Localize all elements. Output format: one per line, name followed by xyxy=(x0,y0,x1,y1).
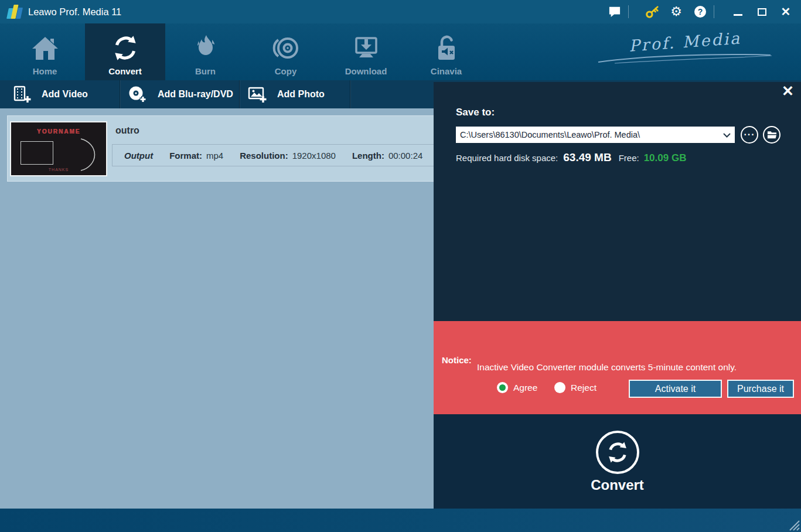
radio-unselected-icon xyxy=(554,382,565,393)
browse-more-button[interactable]: ··· xyxy=(741,126,758,144)
tab-home[interactable]: Home xyxy=(5,23,85,80)
chevron-down-icon[interactable] xyxy=(723,133,731,138)
ellipsis-icon: ··· xyxy=(744,132,755,138)
tab-label: Download xyxy=(345,66,387,76)
titlebar-icons: ⚙ ? ✕ xyxy=(598,0,801,23)
disc-plus-icon xyxy=(128,85,148,104)
notice-message: Inactive Video Converter module converts… xyxy=(477,362,737,373)
convert-button-label[interactable]: Convert xyxy=(434,477,801,493)
tab-copy[interactable]: Copy xyxy=(246,23,326,80)
convert-sync-icon xyxy=(111,32,140,64)
toolbar-separator xyxy=(350,80,350,108)
photo-plus-icon xyxy=(247,85,267,104)
tab-label: Burn xyxy=(195,66,216,76)
resize-grip[interactable] xyxy=(787,518,800,531)
save-path-combobox[interactable] xyxy=(456,127,735,143)
add-photo-button[interactable]: Add Photo xyxy=(247,80,325,108)
titlebar-separator xyxy=(628,5,629,18)
titlebar-separator xyxy=(714,5,714,18)
film-plus-icon xyxy=(12,85,32,104)
leawo-logo-icon xyxy=(8,5,23,19)
tab-convert[interactable]: Convert xyxy=(85,23,165,80)
agree-radio[interactable]: Agree xyxy=(497,382,537,393)
tab-label: Copy xyxy=(275,66,297,76)
toolbar-label: Add Video xyxy=(42,89,88,100)
add-video-button[interactable]: Add Video xyxy=(12,80,88,108)
video-thumbnail: YOURNAME THANKS xyxy=(10,121,107,176)
panel-close-icon[interactable]: ✕ xyxy=(782,82,794,100)
purchase-button[interactable]: Purchase it xyxy=(727,380,794,398)
toolbar-label: Add Photo xyxy=(277,89,325,100)
copy-disc-icon xyxy=(272,32,300,64)
disk-space-row: Required hard disk space: 63.49 MB Free:… xyxy=(456,151,686,164)
required-space-label: Required hard disk space: xyxy=(456,153,558,163)
free-space-value: 10.09 GB xyxy=(644,152,687,164)
toolbar-separator xyxy=(120,80,120,108)
convert-action-section: Convert xyxy=(434,414,801,509)
radio-label: Agree xyxy=(513,383,537,393)
open-folder-button[interactable] xyxy=(763,126,780,144)
app-window: Leawo Prof. Media 11 ⚙ ? ✕ Home xyxy=(0,0,801,532)
minimize-icon[interactable] xyxy=(731,5,745,19)
length-field: Length:00:00:24 xyxy=(352,151,422,161)
save-path-input[interactable] xyxy=(456,127,718,142)
folder-icon xyxy=(767,131,777,139)
thumbnail-rect-shape xyxy=(21,141,53,165)
tab-label: Cinavia xyxy=(431,66,462,76)
register-key-icon[interactable] xyxy=(645,5,659,19)
cinavia-unlock-icon xyxy=(434,32,459,64)
required-space-value: 63.49 MB xyxy=(563,151,611,164)
nav-tabs: Home Convert Burn Copy xyxy=(5,23,486,80)
toolbar-separator xyxy=(239,80,240,108)
convert-settings-panel: ✕ Save to: ··· Required hard disk space:… xyxy=(434,82,801,509)
tab-download[interactable]: Download xyxy=(326,23,406,80)
activate-button[interactable]: Activate it xyxy=(629,380,722,398)
titlebar: Leawo Prof. Media 11 ⚙ ? ✕ xyxy=(0,0,801,23)
brand-swoosh xyxy=(597,52,773,64)
convert-button[interactable] xyxy=(596,431,639,474)
help-icon[interactable]: ? xyxy=(693,5,707,19)
radio-label: Reject xyxy=(571,383,597,393)
tab-label: Convert xyxy=(108,66,142,76)
format-field: Format:mp4 xyxy=(169,151,223,161)
window-title: Leawo Prof. Media 11 xyxy=(28,0,121,23)
add-bluray-dvd-button[interactable]: Add Blu-ray/DVD xyxy=(128,80,233,108)
burn-flame-icon xyxy=(193,32,218,64)
main-navbar: Home Convert Burn Copy xyxy=(0,23,801,80)
close-window-icon[interactable]: ✕ xyxy=(779,5,793,19)
toolbar-label: Add Blu-ray/DVD xyxy=(158,89,233,100)
save-to-label: Save to: xyxy=(456,107,495,118)
output-label: Output xyxy=(124,151,153,161)
settings-gear-icon[interactable]: ⚙ xyxy=(669,5,683,19)
thumbnail-arc-shape xyxy=(79,138,96,172)
download-icon xyxy=(352,32,380,64)
feedback-message-icon[interactable] xyxy=(608,5,622,19)
tab-cinavia[interactable]: Cinavia xyxy=(406,23,486,80)
tab-burn[interactable]: Burn xyxy=(165,23,246,80)
save-to-section: ✕ Save to: ··· Required hard disk space:… xyxy=(434,82,801,321)
notice-label: Notice: xyxy=(442,355,472,365)
resolution-field: Resolution:1920x1080 xyxy=(240,151,336,161)
tab-label: Home xyxy=(33,66,57,76)
statusbar xyxy=(0,509,801,532)
convert-sync-icon xyxy=(605,440,630,465)
thumbnail-title-text: YOURNAME xyxy=(11,128,106,135)
brand-text: Prof. Media xyxy=(628,29,742,54)
notice-banner: Notice: Inactive Video Converter module … xyxy=(434,321,801,414)
brand-logo: Prof. Media xyxy=(597,33,773,64)
reject-radio[interactable]: Reject xyxy=(554,382,597,393)
thumbnail-subtitle-text: THANKS xyxy=(11,168,106,172)
home-icon xyxy=(31,32,59,64)
maximize-icon[interactable] xyxy=(755,5,769,19)
radio-selected-icon xyxy=(497,382,508,393)
free-space-label: Free: xyxy=(619,153,639,163)
file-title: outro xyxy=(115,125,139,136)
